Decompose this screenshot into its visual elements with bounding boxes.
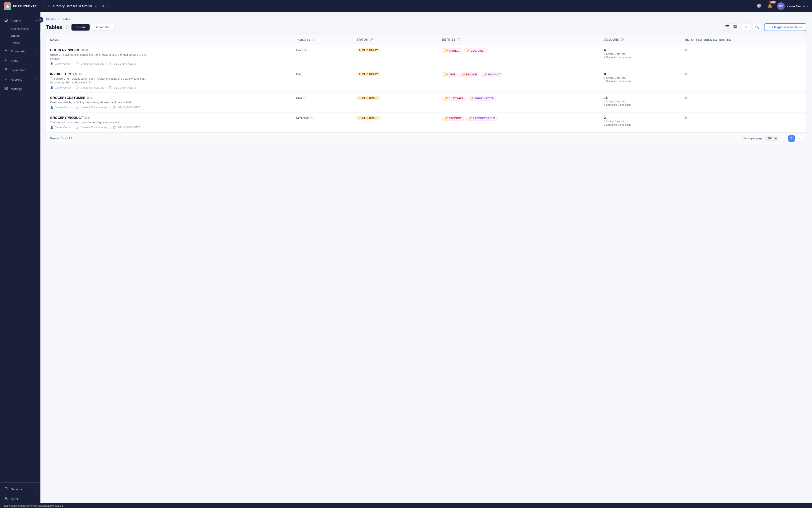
table-name-text[interactable]: GROCERYPRODUCT [50, 116, 83, 120]
status-more-icon[interactable]: ⋮ [382, 116, 386, 120]
grid-view-button[interactable] [731, 24, 739, 31]
features-count[interactable]: 0 [685, 116, 687, 120]
experiment-icon [4, 68, 8, 72]
sidebar-item-approve[interactable]: Approve › [0, 75, 40, 84]
created-time: Created 2 hours ago [81, 86, 104, 89]
status-badge: PUBLIC DRAFT [356, 48, 380, 52]
notification-badge[interactable]: 🔔 999+ [766, 3, 773, 10]
entity-key-icon: 🔑 [445, 73, 448, 76]
type-help-icon[interactable]: ⓘ [303, 96, 306, 100]
pagination-page-1[interactable]: 1 [788, 135, 795, 142]
entities-help-icon[interactable]: ⓘ [457, 38, 460, 41]
catalog-icon: 📋 [113, 106, 116, 109]
author-icon: 👤 [50, 106, 53, 109]
svg-rect-8 [5, 87, 6, 88]
copy-icon[interactable]: ⧉ [87, 96, 89, 100]
status-more-icon[interactable]: ⋮ [382, 48, 386, 52]
copy-icon[interactable]: ⧉ [75, 72, 77, 76]
table-meta: 👤 Xavier Conort | 🕐 Created 40 minutes a… [50, 126, 288, 129]
experiment-label: Experiment [11, 69, 34, 72]
filter-button[interactable] [742, 24, 750, 31]
view-toggle [723, 24, 739, 31]
type-help-icon[interactable]: ⓘ [302, 72, 305, 76]
entity-tag-item[interactable]: 🔑 ITEM [442, 72, 457, 77]
sidebar-item-ideate[interactable]: Ideate › [0, 56, 40, 65]
table-name: GROCERYPRODUCT ⧉ 🏷 [50, 116, 288, 120]
row-entities-cell: 🔑 CUSTOMER 🔑 FRENCHSTATE [438, 93, 600, 113]
type-help-icon[interactable]: ⓘ [310, 116, 313, 120]
bell-icon-button[interactable]: 🔔 [766, 3, 773, 10]
catalog-name: DEMO_DATASETS [118, 126, 140, 129]
sidebar-item-experiment[interactable]: Experiment › [0, 65, 40, 75]
chat-icon-button[interactable]: 💬 [756, 3, 763, 10]
user-name: Xavier Conort [786, 4, 805, 8]
features-count[interactable]: 0 [685, 72, 687, 76]
settings-button[interactable]: ⚙ [100, 3, 105, 9]
sidebar-source-tables[interactable]: Source Tables [0, 26, 40, 33]
search-button[interactable]: 🔍 [753, 24, 762, 31]
copy-icon[interactable]: ⧉ [84, 116, 86, 120]
col-count: 6 [604, 48, 677, 52]
tag-icon[interactable]: 🏷 [90, 96, 93, 100]
approve-icon [4, 77, 8, 82]
sidebar-item-manage[interactable]: Manage › [0, 84, 40, 93]
table-description: Grocery invoice details, containing the … [50, 53, 149, 61]
list-view-button[interactable] [723, 24, 731, 31]
pagination-prev[interactable]: ‹ [781, 135, 787, 142]
sidebar-tables[interactable]: Tables [0, 33, 40, 39]
sidebar-entities[interactable]: Entities [0, 39, 40, 46]
register-new-table-button[interactable]: + + Register New Table [764, 23, 806, 31]
entity-tag-product[interactable]: 🔑 PRODUCT [481, 72, 503, 77]
table-name-text[interactable]: GROCERYCUSTOMER [50, 96, 85, 100]
svg-rect-13 [726, 26, 729, 26]
tag-icon[interactable]: 🏷 [88, 116, 91, 119]
entity-tag-productgroup[interactable]: 🔑 PRODUCTGROUP [466, 116, 498, 121]
tag-icon[interactable]: 🏷 [79, 72, 82, 76]
dropdown-button[interactable]: ▾ [107, 3, 111, 9]
pagination-next[interactable]: › [796, 135, 802, 142]
breadcrumb-current: Tables [61, 17, 70, 20]
sidebar-item-security[interactable]: Security › [0, 484, 40, 494]
logo-text: FEATUREBYTE [13, 4, 37, 8]
manage-icon [4, 86, 8, 91]
entity-tag-invoice[interactable]: 🔑 INVOICE [459, 72, 479, 77]
entity-tag-customer[interactable]: 🔑 CUSTOMER [464, 48, 488, 53]
sidebar-item-formulate[interactable]: Formulate › [0, 46, 40, 56]
table-description: Customer details, including their name, … [50, 100, 149, 104]
status-help-icon[interactable]: ⓘ [370, 38, 373, 41]
col-entities: Entities ⓘ [438, 35, 600, 45]
share-button[interactable]: ⇄ [94, 3, 98, 9]
columns-help-icon[interactable]: ⓘ [621, 38, 624, 41]
col-critical: 0 Critical Data Info. [604, 76, 677, 79]
col-count: 2 [604, 116, 677, 120]
breadcrumb-explore[interactable]: Explore [46, 17, 56, 20]
status-badge: PUBLIC DRAFT [356, 116, 380, 120]
ideate-chevron: › [36, 59, 37, 62]
entity-tag-frenchstate[interactable]: 🔑 FRENCHSTATE [468, 96, 496, 101]
tag-icon[interactable]: 🏷 [85, 48, 88, 52]
table-name-text[interactable]: INVOICEITEMS [50, 72, 74, 76]
tab-deprecated[interactable]: Deprecated [90, 24, 114, 31]
status-more-icon[interactable]: ⋮ [382, 72, 386, 76]
breadcrumb-separator: › [58, 17, 59, 20]
row-status-cell: PUBLIC DRAFT ⋮ [353, 45, 438, 69]
rows-per-page-control: Rows per page: 100 50 25 [743, 136, 778, 141]
entity-tag-customer[interactable]: 🔑 CUSTOMER [442, 96, 466, 101]
sidebar-item-explore[interactable]: Explore ▾ [0, 16, 40, 26]
rows-per-page-select[interactable]: 100 50 25 [765, 136, 778, 141]
type-help-icon[interactable]: ⓘ [304, 49, 307, 52]
tab-current[interactable]: Current [72, 24, 90, 31]
entity-tag-product[interactable]: 🔑 PRODUCT [442, 116, 464, 121]
logo-area[interactable]: FEATUREBYTE [4, 2, 41, 10]
help-icon[interactable]: ⓘ [65, 25, 69, 30]
user-menu[interactable]: XC Xavier Conort ▾ [777, 2, 808, 10]
sidebar-item-admin[interactable]: Admin › [0, 494, 40, 503]
sidebar-collapse-button[interactable]: ‹ [38, 17, 43, 23]
sidebar-bottom: Security › Admin › [0, 482, 40, 505]
table-name-text[interactable]: GROCERYINVOICE [50, 48, 80, 52]
status-more-icon[interactable]: ⋮ [382, 96, 386, 100]
features-count[interactable]: 0 [685, 48, 687, 52]
features-count[interactable]: 0 [685, 96, 687, 100]
copy-icon[interactable]: ⧉ [82, 48, 84, 52]
entity-tag-invoice[interactable]: 🔑 INVOICE [442, 48, 462, 53]
